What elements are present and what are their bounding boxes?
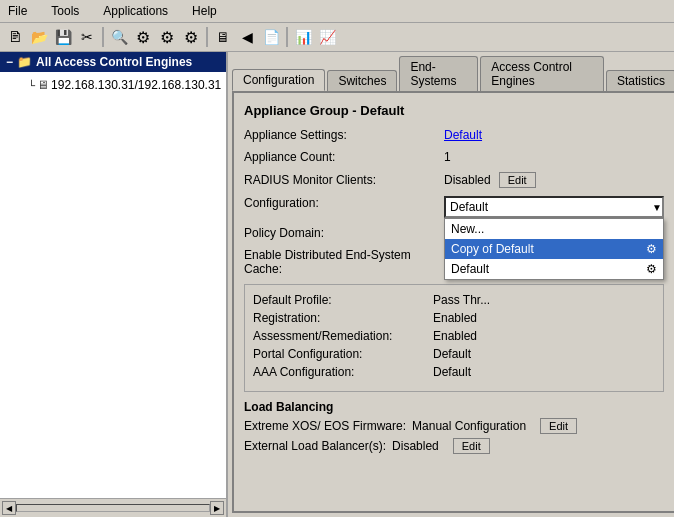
label-radius-monitor: RADIUS Monitor Clients: bbox=[244, 173, 444, 187]
value-appliance-settings[interactable]: Default bbox=[444, 128, 482, 142]
lb-value-firmware: Manual Configuration bbox=[412, 419, 526, 433]
computer-icon: 🖥 bbox=[37, 78, 49, 92]
tree-content: └ 🖥 192.168.130.31/192.168.130.31 bbox=[0, 72, 226, 96]
separator-1 bbox=[102, 27, 104, 47]
row-appliance-count: Appliance Count: 1 bbox=[244, 150, 664, 164]
tab-switches[interactable]: Switches bbox=[327, 70, 397, 91]
left-panel: − 📁 All Access Control Engines └ 🖥 192.1… bbox=[0, 52, 228, 517]
menu-tools[interactable]: Tools bbox=[47, 2, 83, 20]
tabs-bar: Configuration Switches End-Systems Acces… bbox=[228, 52, 674, 91]
configuration-dropdown-popup: New... Copy of Default ⚙ Default ⚙ bbox=[444, 218, 664, 280]
toolbar: 🖹 📂 💾 ✂ 🔍 ⚙ ⚙ ⚙ 🖥 ◀ 📄 📊 📈 bbox=[0, 23, 674, 52]
scroll-right[interactable]: ▶ bbox=[210, 501, 224, 515]
label-appliance-count: Appliance Count: bbox=[244, 150, 444, 164]
tab-statistics[interactable]: Statistics bbox=[606, 70, 674, 91]
expand-icon: − bbox=[6, 55, 13, 69]
menu-applications[interactable]: Applications bbox=[99, 2, 172, 20]
load-balancing-section: Load Balancing Extreme XOS/ EOS Firmware… bbox=[244, 400, 664, 454]
menubar: File Tools Applications Help bbox=[0, 0, 674, 23]
configuration-dropdown-wrapper: Default ▼ New... Copy of Default ⚙ Defau… bbox=[444, 196, 664, 218]
right-panel: Configuration Switches End-Systems Acces… bbox=[228, 52, 674, 517]
label-policy-domain: Policy Domain: bbox=[244, 226, 444, 240]
separator-2 bbox=[206, 27, 208, 47]
lb-label-external: External Load Balancer(s): bbox=[244, 439, 386, 453]
edit-external-button[interactable]: Edit bbox=[453, 438, 490, 454]
section-title: Appliance Group - Default bbox=[244, 103, 664, 118]
sub-value-portal-config: Default bbox=[433, 347, 471, 361]
sub-row-aaa-config: AAA Configuration: Default bbox=[253, 365, 655, 379]
option-copy-label: Copy of Default bbox=[451, 242, 534, 256]
sub-label-portal-config: Portal Configuration: bbox=[253, 347, 433, 361]
tree-child-item[interactable]: └ 🖥 192.168.130.31/192.168.130.31 bbox=[4, 78, 222, 92]
toolbar-new[interactable]: 🖹 bbox=[4, 26, 26, 48]
sub-label-default-profile: Default Profile: bbox=[253, 293, 433, 307]
edit-radius-monitor-button[interactable]: Edit bbox=[499, 172, 536, 188]
tab-access-control-engines[interactable]: Access Control Engines bbox=[480, 56, 604, 91]
sub-value-registration: Enabled bbox=[433, 311, 477, 325]
sub-label-registration: Registration: bbox=[253, 311, 433, 325]
option-default-label: Default bbox=[451, 262, 489, 276]
content-area: Appliance Group - Default Appliance Sett… bbox=[232, 91, 674, 513]
toolbar-chart2[interactable]: 📈 bbox=[316, 26, 338, 48]
menu-help[interactable]: Help bbox=[188, 2, 221, 20]
lb-row-firmware: Extreme XOS/ EOS Firmware: Manual Config… bbox=[244, 418, 664, 434]
toolbar-search[interactable]: 🔍 bbox=[108, 26, 130, 48]
toolbar-gear1[interactable]: ⚙ bbox=[132, 26, 154, 48]
label-appliance-settings: Appliance Settings: bbox=[244, 128, 444, 142]
tree-child-label[interactable]: 192.168.130.31/192.168.130.31 bbox=[51, 78, 221, 92]
sub-row-registration: Registration: Enabled bbox=[253, 311, 655, 325]
toolbar-save[interactable]: 💾 bbox=[52, 26, 74, 48]
scrollbar-track[interactable] bbox=[16, 504, 210, 512]
sub-row-assessment: Assessment/Remediation: Enabled bbox=[253, 329, 655, 343]
sub-value-aaa-config: Default bbox=[433, 365, 471, 379]
tab-end-systems[interactable]: End-Systems bbox=[399, 56, 478, 91]
tree-root-label[interactable]: All Access Control Engines bbox=[36, 55, 192, 69]
value-radius-monitor: Disabled bbox=[444, 173, 491, 187]
toolbar-monitor[interactable]: 🖥 bbox=[212, 26, 234, 48]
sub-row-default-profile: Default Profile: Pass Thr... bbox=[253, 293, 655, 307]
toolbar-page[interactable]: 📄 bbox=[260, 26, 282, 48]
configuration-dropdown[interactable]: Default bbox=[444, 196, 664, 218]
tree-header: − 📁 All Access Control Engines bbox=[0, 52, 226, 72]
scroll-left[interactable]: ◀ bbox=[2, 501, 16, 515]
toolbar-chart1[interactable]: 📊 bbox=[292, 26, 314, 48]
sub-label-aaa-config: AAA Configuration: bbox=[253, 365, 433, 379]
dropdown-option-copy-of-default[interactable]: Copy of Default ⚙ bbox=[445, 239, 663, 259]
option-copy-icon: ⚙ bbox=[646, 242, 657, 256]
row-radius-monitor: RADIUS Monitor Clients: Disabled Edit bbox=[244, 172, 664, 188]
separator-3 bbox=[286, 27, 288, 47]
folder-icon: 📁 bbox=[17, 55, 32, 69]
row-configuration: Configuration: Default ▼ New... Copy of … bbox=[244, 196, 664, 218]
left-panel-scrollbar: ◀ ▶ bbox=[0, 498, 226, 517]
sub-section: Default Profile: Pass Thr... Registratio… bbox=[244, 284, 664, 392]
label-distributed-cache: Enable Distributed End-System Cache: bbox=[244, 248, 444, 276]
option-default-icon: ⚙ bbox=[646, 262, 657, 276]
child-expand-icon: └ bbox=[28, 80, 35, 91]
sub-row-portal-config: Portal Configuration: Default bbox=[253, 347, 655, 361]
label-configuration: Configuration: bbox=[244, 196, 444, 210]
lb-label-firmware: Extreme XOS/ EOS Firmware: bbox=[244, 419, 406, 433]
dropdown-option-new[interactable]: New... bbox=[445, 219, 663, 239]
option-new-label: New... bbox=[451, 222, 484, 236]
toolbar-open[interactable]: 📂 bbox=[28, 26, 50, 48]
toolbar-back[interactable]: ◀ bbox=[236, 26, 258, 48]
sub-value-default-profile: Pass Thr... bbox=[433, 293, 490, 307]
toolbar-gear3[interactable]: ⚙ bbox=[180, 26, 202, 48]
lb-title: Load Balancing bbox=[244, 400, 664, 414]
sub-label-assessment: Assessment/Remediation: bbox=[253, 329, 433, 343]
sub-value-assessment: Enabled bbox=[433, 329, 477, 343]
toolbar-gear2[interactable]: ⚙ bbox=[156, 26, 178, 48]
dropdown-option-default[interactable]: Default ⚙ bbox=[445, 259, 663, 279]
main-layout: − 📁 All Access Control Engines └ 🖥 192.1… bbox=[0, 52, 674, 517]
edit-firmware-button[interactable]: Edit bbox=[540, 418, 577, 434]
menu-file[interactable]: File bbox=[4, 2, 31, 20]
toolbar-cut[interactable]: ✂ bbox=[76, 26, 98, 48]
lb-row-external: External Load Balancer(s): Disabled Edit bbox=[244, 438, 664, 454]
tab-configuration[interactable]: Configuration bbox=[232, 69, 325, 91]
value-appliance-count: 1 bbox=[444, 150, 451, 164]
row-appliance-settings: Appliance Settings: Default bbox=[244, 128, 664, 142]
lb-value-external: Disabled bbox=[392, 439, 439, 453]
